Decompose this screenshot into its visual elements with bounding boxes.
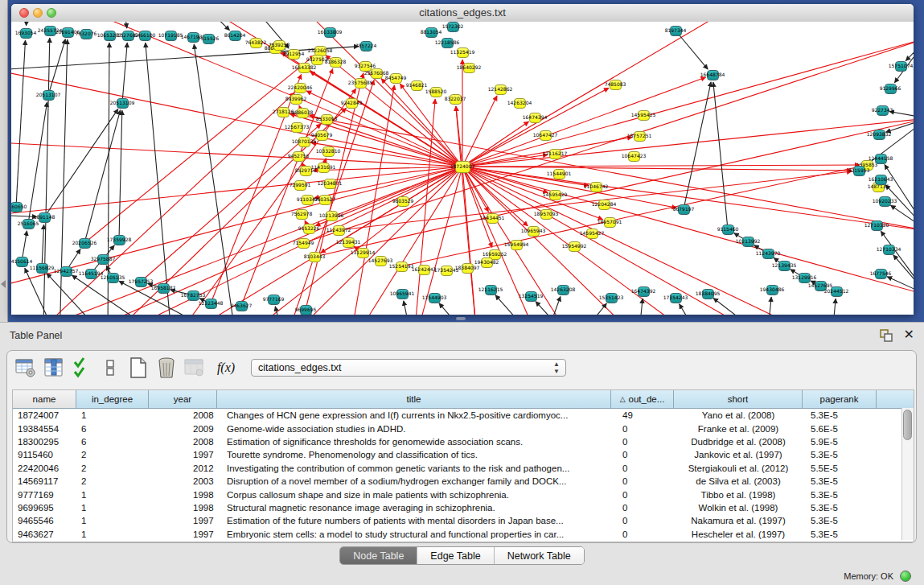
graph-node[interactable] — [203, 34, 215, 44]
graph-edge[interactable] — [28, 102, 47, 224]
graph-node[interactable] — [875, 269, 887, 279]
graph-node[interactable] — [117, 98, 129, 109]
graph-node[interactable] — [60, 266, 72, 277]
graph-edge[interactable] — [172, 167, 462, 315]
graph-node[interactable] — [396, 262, 408, 272]
table-row[interactable]: 1456911722003Disruption of a novel membe… — [13, 475, 914, 488]
graph-node[interactable] — [528, 226, 540, 237]
graph-edge[interactable] — [887, 277, 914, 295]
graph-node[interactable] — [97, 254, 109, 265]
graph-node[interactable] — [316, 130, 328, 141]
graph-node[interactable] — [873, 130, 885, 140]
graph-node[interactable] — [11, 202, 23, 212]
graph-node[interactable] — [831, 286, 843, 297]
network-canvas[interactable]: 1872400788601288912954232260589327503165… — [11, 22, 914, 315]
graph-node[interactable] — [122, 31, 134, 41]
delete-trash-icon[interactable] — [154, 356, 179, 380]
graph-node[interactable] — [766, 285, 778, 295]
graph-node[interactable] — [113, 235, 125, 245]
graph-node[interactable] — [346, 98, 358, 109]
graph-edge[interactable] — [27, 22, 27, 26]
column-header-pagerank[interactable]: pagerank — [803, 390, 877, 408]
graph-node[interactable] — [43, 90, 55, 101]
graph-edge[interactable] — [124, 22, 127, 28]
graph-node[interactable] — [670, 26, 682, 36]
graph-edge[interactable] — [462, 167, 676, 208]
tab-edge-table[interactable]: Edge Table — [417, 547, 494, 564]
graph-edge[interactable] — [462, 38, 914, 167]
graph-node[interactable] — [853, 166, 865, 176]
graph-node[interactable] — [268, 295, 280, 305]
column-visibility-icon[interactable] — [42, 356, 66, 380]
graph-node[interactable] — [481, 257, 493, 268]
graph-node[interactable] — [429, 293, 441, 303]
graph-node[interactable] — [879, 196, 891, 207]
graph-node[interactable] — [557, 285, 569, 295]
graph-node[interactable] — [39, 212, 51, 223]
graph-node[interactable] — [634, 131, 646, 142]
graph-node[interactable] — [360, 41, 372, 51]
graph-edge[interactable] — [462, 167, 703, 315]
table-settings-icon[interactable] — [14, 356, 38, 380]
graph-node[interactable] — [707, 70, 719, 80]
graph-node[interactable] — [397, 196, 409, 207]
graph-edge[interactable] — [906, 38, 914, 61]
graph-edge[interactable] — [76, 22, 462, 167]
graph-edge[interactable] — [676, 31, 708, 69]
graph-node[interactable] — [20, 28, 32, 39]
tab-node-table[interactable]: Node Table — [340, 547, 417, 564]
graph-node[interactable] — [610, 80, 622, 90]
panel-collapse-arrow-icon[interactable] — [1, 280, 6, 288]
graph-node[interactable] — [85, 269, 97, 279]
graph-node[interactable] — [355, 78, 367, 89]
graph-node[interactable] — [463, 63, 475, 73]
graph-node[interactable] — [885, 84, 897, 94]
graph-node[interactable] — [311, 55, 323, 65]
graph-node[interactable] — [36, 263, 48, 274]
table-row[interactable]: 1830029562008Estimation of significance … — [13, 435, 914, 448]
table-row[interactable]: 946362711997Embryonic stem cells: a mode… — [13, 528, 914, 541]
graph-edge[interactable] — [889, 112, 914, 118]
graph-edge[interactable] — [462, 122, 529, 167]
graph-edge[interactable] — [404, 301, 413, 315]
graph-node[interactable] — [525, 291, 537, 302]
graph-node[interactable] — [762, 249, 774, 259]
graph-edge[interactable] — [881, 231, 914, 295]
graph-node[interactable] — [540, 209, 552, 220]
graph-node[interactable] — [79, 238, 91, 249]
graph-node[interactable] — [883, 245, 895, 255]
graph-node[interactable] — [396, 289, 409, 299]
graph-edge[interactable] — [141, 124, 321, 282]
graph-edge[interactable] — [713, 298, 767, 315]
column-header-name[interactable]: name — [13, 390, 76, 408]
graph-node[interactable] — [300, 305, 312, 315]
graph-node[interactable] — [62, 27, 74, 38]
graph-node[interactable] — [549, 190, 561, 200]
graph-node[interactable] — [297, 108, 309, 118]
graph-node[interactable] — [586, 229, 598, 239]
graph-node[interactable] — [229, 31, 241, 41]
graph-node[interactable] — [450, 94, 462, 105]
table-row[interactable]: 1872400712008Changes of HCN gene express… — [13, 409, 914, 422]
graph-edge[interactable] — [204, 22, 230, 31]
scrollbar-thumb[interactable] — [903, 410, 912, 440]
graph-node[interactable] — [871, 220, 883, 231]
graph-edge[interactable] — [893, 255, 914, 295]
graph-node[interactable] — [303, 224, 315, 234]
graph-edge[interactable] — [832, 299, 836, 315]
graph-node[interactable] — [628, 151, 640, 162]
graph-node[interactable] — [604, 217, 616, 228]
graph-node[interactable] — [722, 225, 734, 235]
graph-node[interactable] — [135, 277, 147, 287]
graph-node[interactable] — [371, 68, 383, 79]
tab-network-table[interactable]: Network Table — [495, 547, 584, 564]
table-row[interactable]: 969969511998Structural magnetic resonanc… — [13, 501, 914, 514]
graph-node[interactable] — [678, 204, 690, 215]
graph-node[interactable] — [165, 31, 177, 41]
graph-node[interactable] — [324, 179, 336, 189]
graph-node[interactable] — [250, 38, 262, 48]
select-all-checks-icon[interactable] — [70, 356, 94, 380]
graph-node[interactable] — [799, 273, 811, 283]
graph-edge[interactable] — [462, 118, 914, 167]
graph-edge[interactable] — [767, 297, 771, 315]
